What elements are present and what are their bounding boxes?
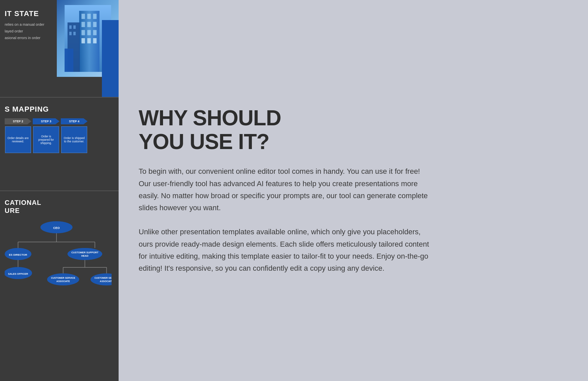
blue-bar [102, 20, 119, 97]
step-4: STEP 4 Order is shipped to the customer. [61, 118, 88, 153]
svg-rect-10 [93, 30, 96, 35]
svg-rect-3 [87, 14, 91, 19]
svg-text:ASSOCIATE: ASSOCIATE [100, 280, 112, 282]
step3-box: Order is prepared for shipping. [33, 126, 59, 153]
step4-label: STEP 4 [61, 118, 88, 124]
svg-point-41 [91, 273, 112, 285]
steps-row: STEP 2 Order details are reviewed. STEP … [5, 118, 119, 153]
step4-box: Order is shipped to the customer. [61, 126, 87, 153]
slide3-title: CATIONAL URE [5, 199, 119, 215]
svg-text:SALES OFFICER: SALES OFFICER [8, 272, 28, 275]
svg-text:ASSOCIATE: ASSOCIATE [56, 280, 70, 282]
svg-text:HEAD: HEAD [81, 254, 89, 257]
svg-text:CUSTOMER SERVICE: CUSTOMER SERVICE [51, 277, 76, 279]
left-panel: IT STATE relies on a manual order layed … [0, 0, 119, 381]
step3-label: STEP 3 [33, 118, 59, 124]
step2-label: STEP 2 [5, 118, 31, 124]
svg-rect-6 [87, 22, 91, 27]
paragraph-1: To begin with, our convenient online edi… [139, 165, 433, 214]
right-panel: WHY SHOULD YOU USE IT? To begin with, ou… [119, 0, 588, 381]
svg-rect-15 [69, 25, 71, 29]
step-2: STEP 2 Order details are reviewed. [5, 118, 31, 153]
svg-point-28 [67, 248, 102, 260]
main-title: WHY SHOULD YOU USE IT? [139, 106, 561, 153]
title-line1: WHY SHOULD [139, 106, 281, 130]
svg-point-38 [47, 273, 79, 285]
svg-rect-13 [93, 38, 96, 43]
svg-rect-11 [81, 38, 85, 43]
slide-current-state: IT STATE relies on a manual order layed … [0, 0, 119, 97]
svg-rect-12 [87, 38, 91, 43]
svg-rect-8 [81, 30, 85, 35]
title-line2: YOU USE IT? [139, 130, 269, 154]
svg-rect-2 [81, 14, 85, 19]
step-3: STEP 3 Order is prepared for shipping. [33, 118, 59, 153]
svg-rect-17 [69, 32, 71, 35]
step2-box: Order details are reviewed. [5, 126, 31, 153]
svg-rect-5 [81, 22, 85, 27]
svg-rect-19 [64, 48, 73, 72]
svg-text:ES DIRECTOR: ES DIRECTOR [9, 253, 27, 256]
svg-text:CEO: CEO [53, 226, 60, 230]
org-chart-container: CEO ES DIRECTOR CUSTOMER SUPPORT HEAD [5, 218, 112, 326]
paragraph-2: Unlike other presentation templates avai… [139, 226, 433, 274]
slide2-title: S MAPPING [5, 105, 119, 114]
slide-org-chart: CATIONAL URE CEO ES DIRECTOR [0, 190, 119, 381]
svg-text:CUSTOMER SERVICE: CUSTOMER SERVICE [95, 277, 112, 279]
svg-text:CUSTOMER SUPPORT: CUSTOMER SUPPORT [71, 251, 99, 254]
svg-rect-9 [87, 30, 91, 35]
svg-rect-16 [73, 25, 76, 29]
svg-rect-7 [93, 22, 96, 27]
slide-process-mapping: S MAPPING STEP 2 Order details are revie… [0, 97, 119, 190]
svg-rect-18 [73, 32, 76, 35]
svg-rect-4 [93, 14, 96, 19]
